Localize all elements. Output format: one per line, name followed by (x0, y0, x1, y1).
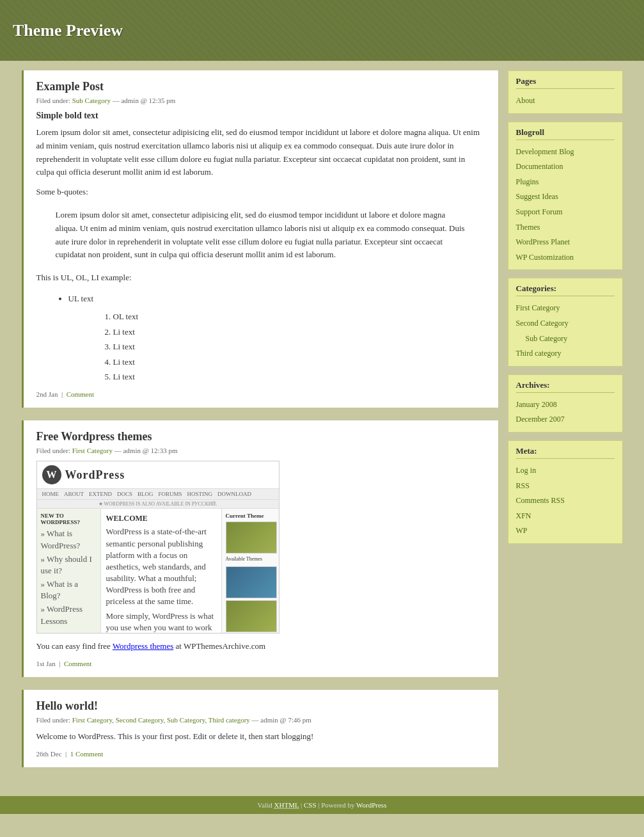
post-blockquote: Lorem ipsum dolor sit amet, consectetur … (56, 205, 466, 265)
post-author-date: — admin @ 7:46 pm (252, 716, 311, 724)
post-category-link-2[interactable]: Second Category (116, 716, 164, 724)
wp-site-title: WordPress (65, 468, 125, 482)
theme-thumb-3 (226, 600, 277, 632)
sidebar-widget-pages: Pages About (508, 70, 623, 114)
ol-item: OL text (113, 309, 485, 324)
blogroll-link[interactable]: WordPress Planet (516, 237, 570, 246)
post-category-link-4[interactable]: Third category (208, 716, 250, 724)
post-example-post: Example Post Filed under: Sub Category —… (22, 70, 498, 408)
archive-jan-2008-link[interactable]: January 2008 (516, 400, 557, 409)
site-header: Theme Preview (0, 0, 644, 61)
categories-title: Categories: (516, 283, 615, 296)
wp-themes-link[interactable]: Wordpress themes (113, 641, 173, 651)
post-date: 2nd Jan (36, 390, 58, 398)
post-bold-heading: Simple bold text (36, 111, 485, 121)
list-item: Sub Category (516, 331, 615, 346)
post-free-wordpress-themes: Free Wordpress themes Filed under: First… (22, 420, 498, 677)
sidebar-widget-archives: Archives: January 2008 December 2007 (508, 374, 623, 433)
site-footer: Valid XHTML | CSS | Powered by WordPress (0, 796, 644, 814)
footer-separator2: | (318, 801, 319, 809)
blogroll-link[interactable]: Development Blog (516, 147, 574, 156)
post-hello-world: Hello world! Filed under: First Category… (22, 690, 498, 767)
category-link[interactable]: Third category (516, 349, 562, 358)
blogroll-themes-link[interactable]: Themes (516, 223, 540, 232)
list-item: Themes (516, 219, 615, 235)
wp-themes-heading: Current Theme (226, 513, 275, 519)
wp-header: W WordPress (37, 461, 279, 489)
wp-welcome-heading: WELCOME (106, 514, 216, 523)
wp-themes-label: Available Themes (226, 555, 275, 564)
meta-rss-link[interactable]: RSS (516, 481, 530, 490)
blogroll-link[interactable]: Documentation (516, 162, 563, 171)
category-link[interactable]: First Category (516, 303, 560, 312)
post-category-link-1[interactable]: First Category (72, 716, 113, 724)
post-title: Free Wordpress themes (36, 430, 485, 443)
footer-wordpress-link[interactable]: WordPress (356, 801, 386, 809)
post-author-date: — admin @ 12:33 pm (114, 447, 178, 454)
post-meta: Filed under: First Category — admin @ 12… (36, 447, 485, 454)
pages-about-link[interactable]: About (516, 96, 535, 105)
comment-link[interactable]: Comment (64, 660, 91, 667)
wordpress-screenshot: W WordPress HOME ABOUT EXTEND DOCS BLOG … (36, 461, 279, 634)
list-item: Development Blog (516, 144, 615, 159)
list-item: Third category (516, 346, 615, 361)
sidebar-widget-meta: Meta: Log in RSS Comments RSS XFN WP (508, 440, 623, 544)
post-category-link[interactable]: First Category (72, 447, 113, 454)
category-link[interactable]: Second Category (516, 319, 569, 328)
meta-list: Log in RSS Comments RSS XFN WP (516, 463, 615, 538)
footer-powered-text: Powered by (321, 801, 354, 809)
wp-themes-panel: Current Theme Available Themes (221, 509, 279, 634)
list-item: Second Category (516, 315, 615, 331)
post-meta: Filed under: Sub Category — admin @ 12:3… (36, 97, 485, 104)
post-category-link-3[interactable]: Sub Category (167, 716, 205, 724)
category-sub-link[interactable]: Sub Category (526, 334, 568, 343)
li-item-1: Li text (113, 324, 485, 339)
post-title: Example Post (36, 80, 485, 93)
meta-xfn-link[interactable]: XFN (516, 511, 531, 520)
post-meta: Filed under: First Category, Second Cate… (36, 716, 485, 724)
archives-title: Archives: (516, 380, 615, 393)
list-item: WP Customization (516, 250, 615, 265)
pages-list: About (516, 93, 615, 108)
page-wrapper: Example Post Filed under: Sub Category —… (15, 61, 629, 790)
pages-title: Pages (516, 76, 615, 89)
meta-login-link[interactable]: Log in (516, 466, 537, 475)
wp-main-content: WELCOME WordPress is a state-of-the-art … (101, 509, 221, 634)
footer-xhtml-link[interactable]: XHTML (274, 801, 299, 809)
comment-link[interactable]: Comment (67, 390, 94, 398)
meta-comments-rss-link[interactable]: Comments RSS (516, 496, 565, 505)
xhtml-abbr: XHTML (274, 801, 299, 809)
blogroll-link[interactable]: Support Forum (516, 207, 563, 216)
list-item: Documentation (516, 159, 615, 174)
theme-thumb-2 (226, 566, 277, 598)
meta-wp-link[interactable]: WP (516, 526, 528, 535)
archives-list: January 2008 December 2007 (516, 397, 615, 427)
footer-separator1: | (301, 801, 302, 809)
wp-welcome-text1: WordPress is a state-of-the-art semantic… (106, 526, 216, 607)
post-category-link[interactable]: Sub Category (72, 97, 111, 104)
list-item: About (516, 93, 615, 108)
footer-css-link[interactable]: CSS (304, 801, 317, 809)
filed-under-label: Filed under: (36, 97, 70, 104)
meta-title: Meta: (516, 446, 615, 459)
list-item: Suggest Ideas (516, 189, 615, 204)
bquote-intro: Some b-quotes: (36, 186, 485, 199)
blogroll-link[interactable]: Plugins (516, 177, 539, 186)
blogroll-link[interactable]: WP Customization (516, 253, 574, 262)
post-paragraph: Welcome to WordPress. This is your first… (36, 730, 485, 744)
post-footer: 2nd Jan | Comment (36, 390, 485, 398)
archive-dec-2007-link[interactable]: December 2007 (516, 415, 565, 424)
blogroll-title: Blogroll (516, 127, 615, 140)
theme-thumb-1 (226, 522, 277, 554)
comment-link[interactable]: 1 Comment (70, 750, 104, 758)
list-item: XFN (516, 508, 615, 523)
wp-notice: ★ WORDPRESS IS ALSO AVAILABLE IN РУССКИЙ… (37, 500, 279, 509)
list-item: Support Forum (516, 204, 615, 219)
li-item-4: Li text (113, 369, 485, 384)
main-content: Example Post Filed under: Sub Category —… (22, 70, 498, 780)
blogroll-suggest-ideas-link[interactable]: Suggest Ideas (516, 192, 558, 201)
list-item: WordPress Planet (516, 234, 615, 250)
list-item: First Category (516, 300, 615, 315)
li-item-2: Li text (113, 339, 485, 354)
blogroll-list: Development Blog Documentation Plugins S… (516, 144, 615, 265)
